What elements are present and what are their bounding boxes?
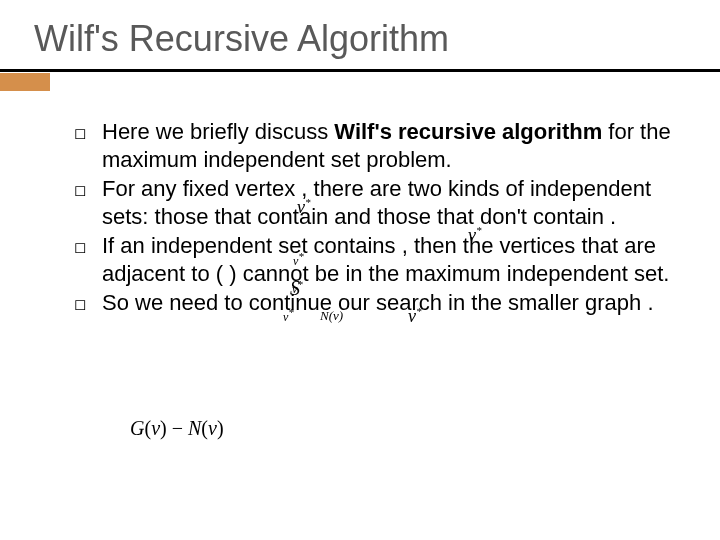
list-item: ◻ For any fixed vertex , there are two k… <box>74 175 686 230</box>
item-text: So we need to continue our search in the… <box>102 289 686 317</box>
item-text: Here we briefly discuss Wilf's recursive… <box>102 118 686 173</box>
slide-title: Wilf's Recursive Algorithm <box>28 18 692 59</box>
math-graph-expr: G(v) − N(v) <box>130 418 224 438</box>
list-item: ◻ So we need to continue our search in t… <box>74 289 686 317</box>
accent-bar <box>0 73 50 91</box>
bullet-icon: ◻ <box>74 289 102 317</box>
item-text: If an independent set contains , then th… <box>102 232 686 287</box>
bullet-icon: ◻ <box>74 118 102 173</box>
title-underline <box>0 69 720 72</box>
bullet-icon: ◻ <box>74 232 102 287</box>
bullet-icon: ◻ <box>74 175 102 230</box>
list-item: ◻ Here we briefly discuss Wilf's recursi… <box>74 118 686 173</box>
list-item: ◻ If an independent set contains , then … <box>74 232 686 287</box>
item-text: For any fixed vertex , there are two kin… <box>102 175 686 230</box>
body-content: ◻ Here we briefly discuss Wilf's recursi… <box>28 118 692 317</box>
